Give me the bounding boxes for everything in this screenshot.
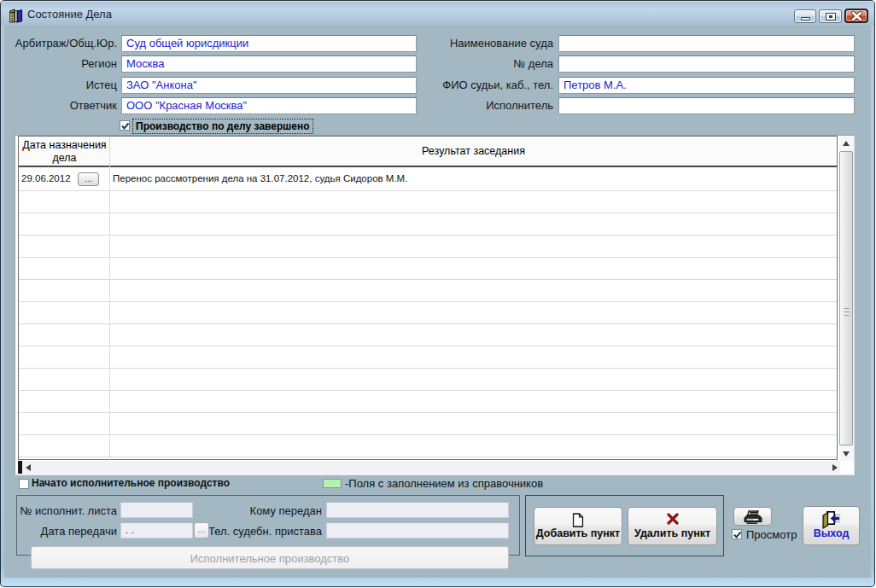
label-case-no: № дела [359,55,553,72]
label-court-name: Наименование суда [359,35,553,51]
label-sheet-no: № исполнит. листа [0,503,117,519]
label-plaintiff: Истец [0,77,117,93]
input-bailiff-tel[interactable] [326,522,509,539]
case-completed-checkbox[interactable] [120,120,130,131]
scroll-left-icon[interactable] [26,464,31,471]
legend-text: -Поля с заполнением из справочников [345,477,543,490]
label-passed-to: Кому передан [205,503,322,519]
label-region: Регион [0,55,117,72]
label-court-type: Арбитраж/Общ.Юр. [0,35,117,51]
input-case-no[interactable] [558,55,855,73]
grid-header: Дата назначения дела Результат заседания [19,137,837,167]
input-judge[interactable]: Петров М.А. [558,77,855,94]
label-bailiff-tel: Тел. судебн. пристава [205,523,322,539]
dialog-window: Состояние Дела Арбитраж/Общ.Юр. Регион И… [0,0,875,587]
grid-cell-date[interactable]: 29.06.2012 [21,173,71,183]
label-defendant: Ответчик [0,97,117,114]
input-pass-date[interactable]: . . [120,522,193,539]
new-document-icon [573,513,584,527]
minimize-button[interactable] [794,9,816,23]
column-header-date: Дата назначения дела [19,139,110,165]
pass-date-browse-button[interactable]: ... [194,522,209,539]
grid-column-divider [109,137,110,460]
enforcement-proceedings-button[interactable]: Исполнительное производство [31,546,509,569]
column-header-result: Результат заседания [110,145,837,157]
maximize-icon [826,13,836,20]
input-passed-to[interactable] [326,502,509,518]
scroll-up-icon [843,141,850,146]
input-court-name[interactable] [558,35,855,52]
scroll-up-button[interactable] [839,136,854,150]
label-pass-date: Дата передачи [0,523,117,539]
enforcement-started-checkbox[interactable] [19,479,29,489]
input-sheet-no[interactable] [120,502,193,518]
vertical-scrollbar-thumb[interactable] [839,151,853,445]
vertical-scrollbar[interactable] [839,136,854,461]
label-executor: Исполнитель [359,97,553,114]
printer-icon [743,510,763,525]
horizontal-scrollbar-thumb[interactable] [18,461,22,474]
input-executor[interactable] [558,97,855,114]
maximize-button[interactable] [819,9,842,23]
grid-rows-area[interactable] [19,169,837,460]
grid-cell-result[interactable]: Перенос рассмотрения дела на 31.07.2012,… [113,173,407,183]
delete-x-icon [667,513,679,525]
scroll-down-button[interactable] [839,446,854,461]
app-books-icon [9,9,24,23]
scrollbar-grip [844,308,850,317]
minimize-icon [801,17,810,20]
window-title: Состояние Дела [27,1,112,26]
date-browse-button[interactable]: ... [78,172,99,186]
exit-button[interactable]: Выход [803,506,860,545]
legend-swatch [323,479,342,488]
scroll-down-icon [843,451,850,457]
label-judge: ФИО судьи, каб., тел. [359,77,553,93]
add-item-button[interactable]: Добавить пункт [534,507,622,545]
preview-label[interactable]: Просмотр [746,528,797,541]
case-completed-label[interactable]: Производство по делу завершено [132,119,313,134]
horizontal-scrollbar[interactable] [18,461,840,474]
enforcement-started-label[interactable]: Начато исполнительное производство [32,477,230,489]
close-icon [851,11,862,21]
delete-item-button[interactable]: Удалить пункт [628,507,717,545]
scroll-right-icon[interactable] [832,464,838,471]
print-button[interactable] [733,507,772,526]
preview-checkbox[interactable] [732,529,742,539]
close-button[interactable] [844,9,868,23]
title-bar[interactable]: Состояние Дела [1,1,874,26]
